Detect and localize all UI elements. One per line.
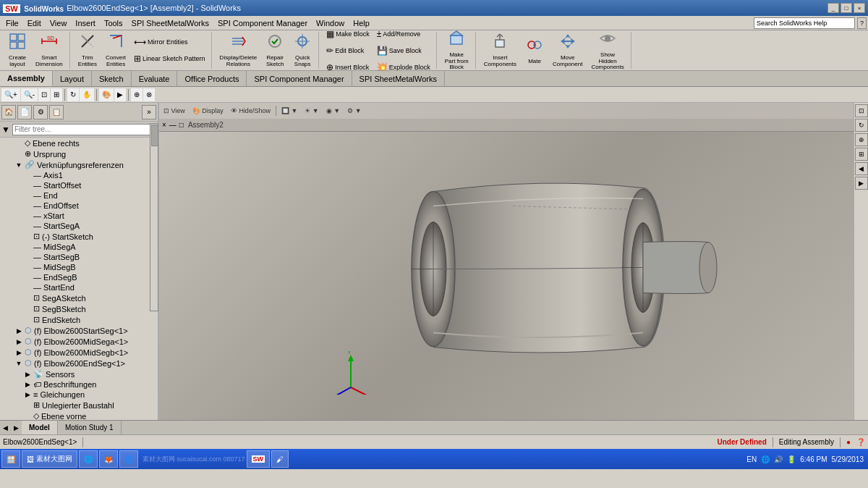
tree-elbow-midsegb[interactable]: ▶ ⬡ (f) Elbow2600MidSegb<1> <box>0 347 158 358</box>
zoom-fit-btn[interactable]: ⊞ <box>855 148 868 161</box>
view-orient-btn[interactable]: ⊡ View <box>161 104 188 117</box>
viewport[interactable]: ⊡ View 🎨 Display 👁 Hide/Show 🔲 ▼ ☀ ▼ ◉ ▼… <box>159 103 868 420</box>
display-delete-btn[interactable]: Display/DeleteRelations <box>216 33 261 69</box>
linear-sketch-btn[interactable]: ⊞ Linear Sketch Pattern <box>131 51 208 67</box>
apply-scene-btn[interactable]: ◉ ▼ <box>323 104 343 117</box>
tree-verknupfungsreferenzen[interactable]: ▼ 🔗 Verknüpfungsreferenzen <box>0 159 158 170</box>
tree-end[interactable]: — End <box>0 190 158 201</box>
minimize-btn[interactable]: _ <box>827 3 839 13</box>
display-style-btn[interactable]: 🎨 Display <box>190 104 226 117</box>
tree-segbsketch[interactable]: ⊡ SegBSketch <box>0 303 158 314</box>
menu-insert[interactable]: Insert <box>71 17 100 29</box>
zoom-out-btn[interactable]: 🔍- <box>21 88 38 101</box>
lighting-btn[interactable]: ☀ ▼ <box>302 104 321 117</box>
tree-axis1[interactable]: — Axis1 <box>0 170 158 180</box>
zoom-in-btn[interactable]: 🔍+ <box>1 88 20 101</box>
tree-startoffset[interactable]: — StartOffset <box>0 180 158 190</box>
menu-help[interactable]: Help <box>349 17 374 29</box>
btab-nav-next[interactable]: ▶ <box>11 421 22 434</box>
taskbar-sw[interactable]: SW <box>247 450 271 468</box>
tree-scrollbar-thumb[interactable] <box>151 125 158 146</box>
make-block-btn[interactable]: ▦ Make Block <box>323 30 373 42</box>
btab-motion-study[interactable]: Motion Study 1 <box>58 421 122 434</box>
tree-baustahl[interactable]: ⊞ Unlegierter Baustahl <box>0 400 158 411</box>
create-layout-btn[interactable]: Createlayout <box>4 33 30 69</box>
viewport-close-btn[interactable]: × <box>162 121 166 129</box>
tree-endoffset[interactable]: — EndOffset <box>0 201 158 211</box>
make-part-btn[interactable]: MakePart fromBlock <box>441 33 472 69</box>
search-button[interactable]: ? <box>857 17 867 29</box>
tree-endsketch[interactable]: ⊡ EndSketch <box>0 314 158 325</box>
pan-btn[interactable]: ✋ <box>80 88 94 101</box>
repair-sketch-btn[interactable]: RepairSketch <box>262 33 288 69</box>
restore-btn[interactable]: □ <box>841 3 852 13</box>
tab-evaluate[interactable]: Evaluate <box>132 71 178 86</box>
insert-block-btn[interactable]: ⊕ Insert Block <box>323 59 373 72</box>
viewport-max-btn[interactable]: □ <box>179 121 184 129</box>
quick-snaps-btn[interactable]: QuickSnaps <box>289 33 315 69</box>
tree-startsega[interactable]: — StartSegA <box>0 221 158 231</box>
tree-xstart[interactable]: — xStart <box>0 211 158 221</box>
tree-elbow-startseg[interactable]: ▶ ⬡ (f) Elbow2600StartSeg<1> <box>0 325 158 336</box>
tree-ebene-vorne[interactable]: ◇ Ebene vorne <box>0 411 158 420</box>
panel-doc-btn[interactable]: 📄 <box>17 105 32 119</box>
tab-sketch[interactable]: Sketch <box>92 71 132 86</box>
tree-sensors[interactable]: ▶ 📡 Sensors <box>0 369 158 379</box>
prev-view-btn[interactable]: ◀ <box>855 162 868 175</box>
tree-midsega[interactable]: — MidSegA <box>0 242 158 252</box>
taskbar-app-sucai[interactable]: 🖼 素材大图网 <box>22 450 77 468</box>
tree-startend[interactable]: — StartEnd <box>0 282 158 293</box>
menu-spi-sheetmetal[interactable]: SPI SheetMetalWorks <box>127 17 213 29</box>
tree-ursprung[interactable]: ⊕ Ursprung <box>0 148 158 159</box>
move-component-btn[interactable]: MoveComponent <box>549 33 586 69</box>
taskbar-app-3[interactable]: 🌀 <box>119 450 138 468</box>
taskbar-start[interactable]: 🪟 <box>1 450 20 468</box>
view-cube-btn[interactable]: ⊡ <box>855 104 868 117</box>
tree-startsketch[interactable]: ⊡ (-) StartSketch <box>0 231 158 242</box>
btab-model[interactable]: Model <box>22 421 58 434</box>
explode-block-btn[interactable]: 💥 Explode Block <box>374 59 433 72</box>
view-style-btn[interactable]: 🎨 <box>99 88 114 101</box>
tree-ebene-rechts[interactable]: ◇ Ebene rechts <box>0 138 158 148</box>
trim-entities-btn[interactable]: TrimEntities <box>75 33 101 69</box>
rotate-btn[interactable]: ↻ <box>67 88 79 101</box>
tree-midsegb[interactable]: — MidSegB <box>0 262 158 272</box>
tree-startsegb[interactable]: — StartSegB <box>0 252 158 262</box>
section-view-btn[interactable]: ▶ <box>114 88 126 101</box>
tab-office-products[interactable]: Office Products <box>177 71 247 86</box>
tree-beschriftungen[interactable]: ▶ 🏷 Beschriftungen <box>0 379 158 390</box>
menu-window[interactable]: Window <box>312 17 349 29</box>
zoom-all-btn[interactable]: ⊕ <box>855 133 868 146</box>
smart-dimension-btn[interactable]: SD SmartDimension <box>32 33 67 69</box>
tree-elbow-midsega[interactable]: ▶ ⬡ (f) Elbow2600MidSega<1> <box>0 336 158 347</box>
convert-entities-btn[interactable]: ConvertEntities <box>102 33 129 69</box>
add-remove-btn[interactable]: ± Add/Remove <box>374 30 433 42</box>
panel-config-btn[interactable]: ⚙ <box>33 105 48 119</box>
tab-spi-component[interactable]: SPI Component Manager <box>247 71 352 86</box>
zoom-fit-btn[interactable]: ⊡ <box>38 88 50 101</box>
show-hidden-btn[interactable]: ShowHiddenComponents <box>587 33 627 69</box>
tree-endsegb[interactable]: — EndSegB <box>0 272 158 282</box>
zoom-selection-btn[interactable]: ⊞ <box>51 88 62 101</box>
clock[interactable]: 6:46 PM <box>800 455 827 463</box>
search-input[interactable] <box>754 17 855 29</box>
close-btn[interactable]: × <box>854 3 865 13</box>
panel-home-btn[interactable]: 🏠 <box>1 105 16 119</box>
3d-orientation-btn[interactable]: 🔲 ▼ <box>278 104 300 117</box>
next-view-btn[interactable]: ▶ <box>855 177 868 190</box>
tab-layout[interactable]: Layout <box>53 71 92 86</box>
menu-view[interactable]: View <box>46 17 72 29</box>
menu-spi-component[interactable]: SPI Component Manager <box>213 17 312 29</box>
offset-entities-btn[interactable]: ⊟ Offset Entities <box>131 30 208 33</box>
taskbar-paint[interactable]: 🖌 <box>271 450 289 468</box>
filter-input[interactable] <box>12 124 156 135</box>
panel-collapse-btn[interactable]: » <box>142 105 156 119</box>
insert-components-btn[interactable]: InsertComponents <box>480 33 520 69</box>
hide-show-btn[interactable]: 👁 Hide/Show <box>228 104 273 117</box>
viewport-min-btn[interactable]: — <box>169 121 176 129</box>
view-settings-btn[interactable]: ⚙ ▼ <box>344 104 364 117</box>
tree-segasketch[interactable]: ⊡ SegASketch <box>0 293 158 303</box>
panel-props-btn[interactable]: 📋 <box>49 105 64 119</box>
mirror-entities-btn[interactable]: ⟷ Mirror Entities <box>131 34 208 50</box>
tree-gleichungen[interactable]: ▶ ≡ Gleichungen <box>0 390 158 400</box>
